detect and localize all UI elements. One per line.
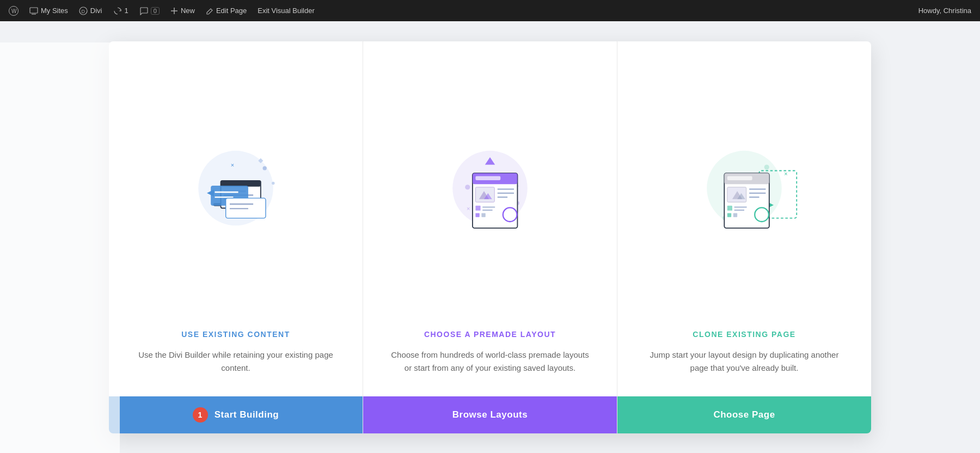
choose-page-label: Choose Page <box>713 409 775 420</box>
my-sites-label: My Sites <box>41 7 68 15</box>
svg-rect-48 <box>481 213 485 217</box>
svg-point-10 <box>272 181 275 185</box>
svg-rect-69 <box>727 213 731 217</box>
svg-rect-47 <box>475 213 479 217</box>
exit-builder-label: Exit Visual Builder <box>258 7 315 15</box>
plus-icon <box>170 7 178 15</box>
svg-rect-58 <box>727 176 752 180</box>
user-greeting: Howdy, Christina <box>918 7 971 15</box>
illustration-choose-layout: ◇ × <box>419 41 561 319</box>
card-use-existing: × ◀ <box>109 41 363 433</box>
choose-page-button[interactable]: Choose Page <box>617 396 871 433</box>
card-choose-layout-desc: Choose from hundreds of world-class prem… <box>390 348 590 375</box>
updates-item[interactable]: 1 <box>113 7 128 15</box>
card-choose-layout-content: CHOOSE A PREMADE LAYOUT Choose from hund… <box>363 319 617 396</box>
start-building-button[interactable]: 1 Start Building <box>109 396 363 433</box>
card-clone-page-title: CLONE EXISTING PAGE <box>645 330 844 339</box>
comments-count: 0 <box>151 7 160 15</box>
card-clone-page-desc: Jump start your layout design by duplica… <box>645 348 844 375</box>
comments-icon <box>139 7 148 15</box>
card-clone-page: ◇ × ▶ <box>617 41 871 433</box>
svg-point-29 <box>465 185 470 189</box>
main-area: × ◀ <box>0 21 980 453</box>
illustration-use-existing: × ◀ <box>165 41 307 319</box>
new-label: New <box>181 7 195 15</box>
new-item[interactable]: New <box>170 7 195 15</box>
svg-text:D: D <box>81 9 85 14</box>
card-use-existing-content: USE EXISTING CONTENT Use the Divi Builde… <box>109 319 363 396</box>
my-sites-item[interactable]: My Sites <box>29 7 68 15</box>
card-use-existing-title: USE EXISTING CONTENT <box>136 330 335 339</box>
svg-rect-65 <box>727 205 732 210</box>
svg-rect-2 <box>30 8 38 13</box>
start-building-label: Start Building <box>215 409 279 420</box>
card-use-existing-desc: Use the Divi Builder while retaining you… <box>136 348 335 375</box>
svg-point-9 <box>263 166 267 170</box>
start-building-badge: 1 <box>193 407 208 423</box>
sidebar-hint <box>0 42 120 453</box>
wordpress-logo-item[interactable]: W <box>9 6 19 16</box>
card-choose-layout-title: CHOOSE A PREMADE LAYOUT <box>390 330 590 339</box>
svg-text:×: × <box>231 162 234 168</box>
cards-container: × ◀ <box>109 41 871 433</box>
browse-layouts-label: Browse Layouts <box>452 409 528 420</box>
sites-icon <box>29 7 38 15</box>
wordpress-icon: W <box>9 6 19 16</box>
svg-rect-35 <box>475 176 500 180</box>
edit-page-item[interactable]: Edit Page <box>206 7 247 15</box>
comments-item[interactable]: 0 <box>139 7 160 15</box>
svg-text:W: W <box>11 8 17 14</box>
divi-label: Divi <box>90 7 102 15</box>
illustration-clone-page: ◇ × ▶ <box>673 41 815 319</box>
edit-icon <box>206 7 213 15</box>
updates-count: 1 <box>125 7 128 15</box>
svg-rect-70 <box>733 213 737 217</box>
svg-text:×: × <box>784 170 787 176</box>
svg-text:×: × <box>467 205 470 211</box>
card-choose-layout: ◇ × <box>363 41 617 433</box>
divi-icon: D <box>79 7 88 15</box>
browse-layouts-button[interactable]: Browse Layouts <box>363 396 617 433</box>
svg-rect-43 <box>475 205 480 210</box>
exit-builder-item[interactable]: Exit Visual Builder <box>258 7 315 15</box>
svg-point-51 <box>764 164 769 169</box>
divi-item[interactable]: D Divi <box>79 7 102 15</box>
card-clone-page-content: CLONE EXISTING PAGE Jump start your layo… <box>617 319 871 396</box>
top-navigation: W My Sites D Divi 1 0 New <box>0 0 980 21</box>
edit-page-label: Edit Page <box>216 7 247 15</box>
updates-icon <box>113 7 122 15</box>
